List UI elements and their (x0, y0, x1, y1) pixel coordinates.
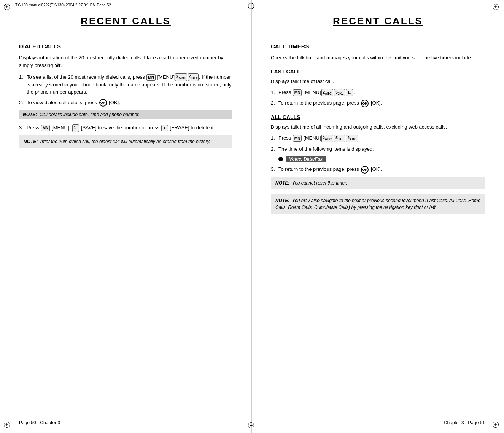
reg-mark-top-left (4, 4, 11, 11)
dialed-calls-section: DIALED CALLS Displays information of the… (19, 43, 232, 148)
right-page-title: RECENT CALLS (333, 15, 423, 27)
ac-key-5jkl: 5JKL (334, 135, 345, 142)
key-save: 1~ (72, 124, 79, 132)
all-calls-body: Displays talk time of all incoming and o… (271, 123, 485, 131)
step-3-number: 3. (19, 124, 27, 132)
last-call-step-2: 2. To return to the previous page, press… (271, 99, 485, 107)
note-box-1: NOTE: Call details include date, time an… (19, 110, 232, 119)
reg-mark-bottom-right (493, 422, 500, 429)
right-page: RECENT CALLS CALL TIMERS Checks the talk… (252, 0, 504, 433)
right-footer: Chapter 3 - Page 51 (444, 420, 485, 425)
bullet-item-voice: Voice, Data/Fax (278, 156, 485, 162)
page-container: TX-130 manual0227(TX-130) 2004.2.27 9:1 … (0, 0, 504, 433)
ok-icon-1: OK (99, 99, 107, 107)
note-text-1: Call details include date, time and phon… (40, 112, 140, 117)
ac-key-2abc: 2ABC (321, 135, 334, 142)
all-calls-step-1: 1. Press MN [MENU]2ABC5JKL2ABC. (271, 134, 485, 142)
call-timers-intro: Checks the talk time and manages your ca… (271, 54, 485, 62)
lc-key-2abc: 2ABC (321, 89, 334, 96)
dialed-calls-heading: DIALED CALLS (19, 43, 232, 49)
bullet-label: Voice, Data/Fax (286, 156, 326, 162)
lc-step-2-number: 2. (271, 99, 278, 107)
reg-mark-top-center (248, 3, 256, 11)
reg-mark-top-right (493, 4, 500, 11)
right-note-1: NOTE: You cannot reset this timer. (271, 177, 485, 189)
right-header-line (271, 35, 485, 35)
step-2-number: 2. (19, 99, 27, 107)
lc-step-1-number: 1. (271, 89, 278, 96)
last-call-body: Displays talk time of last call. (271, 78, 485, 85)
note-text-2: After the 20th dialed call, the oldest c… (40, 139, 210, 144)
all-calls-step-2: 2. The time of the following items is di… (271, 145, 485, 153)
lc-key-5jkl: 5JKL (334, 89, 345, 96)
last-call-heading: LAST CALL (271, 68, 485, 75)
all-calls-heading: ALL CALLS (271, 114, 485, 120)
menu-key: MN (146, 74, 156, 81)
left-header-line (19, 35, 232, 35)
ac-step-3-number: 3. (271, 166, 278, 173)
top-corner-text: TX-130 manual0227(TX-130) 2004.2.27 9:1 … (15, 3, 111, 7)
lc-step-2-content: To return to the previous page, press OK… (278, 99, 485, 107)
dialed-step-1: 1. To see a list of the 20 most recently… (19, 73, 232, 96)
lc-step-1-content: Press MN [MENU]2ABC5JKL1~. (278, 89, 485, 96)
note-box-2: NOTE: After the 20th dialed call, the ol… (19, 135, 232, 148)
bullet-circle (278, 157, 283, 161)
dialed-calls-intro: Displays information of the 20 most rece… (19, 54, 232, 70)
key-2abc: 2ABC (175, 73, 187, 81)
ok-icon-3: OK (361, 166, 369, 174)
step-2-content: To view dialed call details, press OK [O… (27, 99, 232, 107)
left-page: TX-130 manual0227(TX-130) 2004.2.27 9:1 … (0, 0, 252, 433)
step-1-content: To see a list of the 20 most recently di… (27, 73, 232, 96)
right-note-text-1: You cannot reset this timer. (292, 180, 347, 186)
right-note-label-2: NOTE: (275, 198, 289, 203)
step-1-number: 1. (19, 73, 27, 81)
note-label-1: NOTE: (23, 112, 37, 117)
reg-mark-bottom-center (248, 422, 256, 430)
left-page-header: RECENT CALLS (19, 15, 232, 27)
ac-step-2-content: The time of the following items is displ… (278, 145, 485, 153)
call-timers-section: CALL TIMERS Checks the talk time and man… (271, 43, 485, 214)
ok-icon-2: OK (361, 100, 369, 107)
left-page-title: RECENT CALLS (81, 15, 171, 27)
phone-icon: ☎ (54, 62, 61, 70)
ac-step-1-content: Press MN [MENU]2ABC5JKL2ABC. (278, 134, 485, 142)
right-page-header: RECENT CALLS (271, 15, 485, 27)
call-timers-heading: CALL TIMERS (271, 43, 485, 49)
dialed-step-3: 3. Press MN [MENU], 1~ [SAVE] to save th… (19, 124, 232, 132)
step-3-content: Press MN [MENU], 1~ [SAVE] to save the n… (27, 124, 232, 132)
right-note-2: NOTE: You may also navigate to the next … (271, 194, 485, 214)
left-footer: Page 50 - Chapter 3 (19, 420, 60, 425)
right-note-label-1: NOTE: (275, 180, 289, 186)
right-note-text-2: You may also navigate to the next or pre… (275, 198, 480, 210)
ac-key-2: 2ABC (346, 135, 358, 142)
dialed-step-2: 2. To view dialed call details, press OK… (19, 99, 232, 107)
ac-step-1-number: 1. (271, 134, 278, 142)
all-calls-subsection: ALL CALLS Displays talk time of all inco… (271, 114, 485, 174)
ac-step-2-number: 2. (271, 145, 278, 153)
ac-step-3-content: To return to the previous page, press OK… (278, 166, 485, 174)
last-call-step-1: 1. Press MN [MENU]2ABC5JKL1~. (271, 89, 485, 96)
last-call-subsection: LAST CALL Displays talk time of last cal… (271, 68, 485, 107)
reg-mark-bottom-left (4, 422, 11, 429)
all-calls-step-3: 3. To return to the previous page, press… (271, 166, 485, 174)
lc-key-1: 1~ (346, 89, 353, 96)
ac-menu-key: MN (293, 135, 302, 142)
lc-menu-key: MN (293, 89, 302, 96)
key-4ghi: 4GHI (188, 73, 199, 81)
note-label-2: NOTE: (24, 139, 38, 144)
erase-key: ▲ (161, 125, 168, 131)
menu-key-2: MN (41, 125, 50, 131)
